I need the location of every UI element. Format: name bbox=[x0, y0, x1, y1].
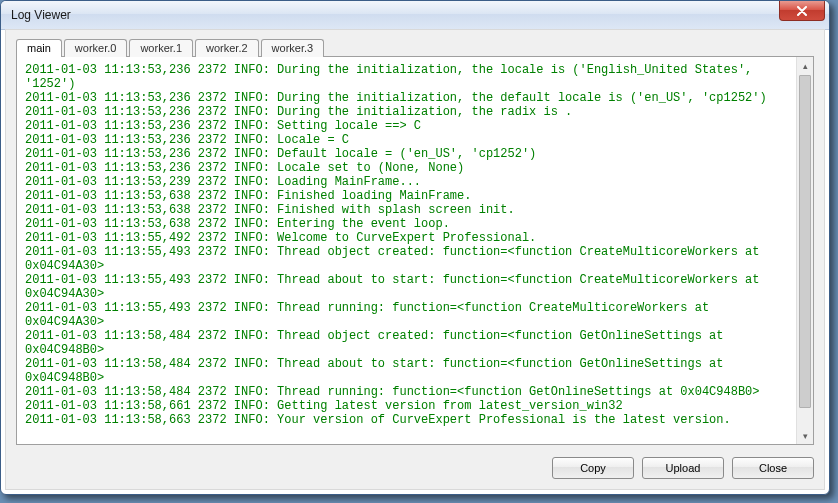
scroll-thumb[interactable] bbox=[799, 75, 811, 408]
button-row: Copy Upload Close bbox=[6, 453, 824, 489]
window-controls bbox=[779, 1, 829, 21]
tab-worker-2[interactable]: worker.2 bbox=[195, 39, 259, 57]
vertical-scrollbar[interactable]: ▴ ▾ bbox=[796, 57, 813, 444]
window-title: Log Viewer bbox=[1, 8, 71, 22]
upload-button[interactable]: Upload bbox=[642, 457, 724, 479]
tab-main[interactable]: main bbox=[16, 39, 62, 57]
close-icon bbox=[796, 6, 808, 16]
scroll-down-arrow-icon[interactable]: ▾ bbox=[797, 427, 813, 444]
log-panel: 2011-01-03 11:13:53,236 2372 INFO: Durin… bbox=[16, 56, 814, 445]
tab-worker-3[interactable]: worker.3 bbox=[261, 39, 325, 57]
tab-worker-1[interactable]: worker.1 bbox=[129, 39, 193, 57]
client-area: mainworker.0worker.1worker.2worker.3 201… bbox=[5, 29, 825, 490]
scroll-up-arrow-icon[interactable]: ▴ bbox=[797, 57, 813, 74]
log-text[interactable]: 2011-01-03 11:13:53,236 2372 INFO: Durin… bbox=[17, 57, 796, 444]
copy-button[interactable]: Copy bbox=[552, 457, 634, 479]
window: Log Viewer mainworker.0worker.1worker.2w… bbox=[0, 0, 830, 495]
titlebar[interactable]: Log Viewer bbox=[1, 1, 829, 30]
tab-worker-0[interactable]: worker.0 bbox=[64, 39, 128, 57]
close-button[interactable]: Close bbox=[732, 457, 814, 479]
tab-strip: mainworker.0worker.1worker.2worker.3 bbox=[6, 30, 824, 56]
window-close-button[interactable] bbox=[779, 1, 825, 21]
